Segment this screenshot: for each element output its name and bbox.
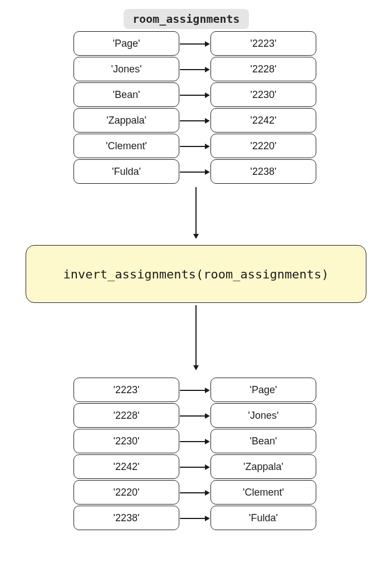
value-cell: '2220' [210, 134, 316, 158]
arrow-right-icon [180, 464, 210, 470]
key-cell: 'Bean' [74, 82, 179, 107]
key-cell: '2220' [74, 480, 179, 505]
arrow-right-icon [180, 67, 210, 72]
arrow-down-icon [193, 187, 199, 239]
input-dict-block: 'Page' '2223' 'Jones' '2228' 'Bean' '223… [49, 31, 341, 185]
arrow-right-icon [180, 169, 210, 175]
pair-row: 'Bean' '2230' [49, 82, 341, 108]
pair-row: 'Clement' '2220' [49, 134, 341, 159]
pair-row: '2220' 'Clement' [49, 480, 341, 506]
key-cell: '2238' [74, 506, 179, 530]
arrow-right-icon [180, 490, 210, 496]
value-cell: '2242' [210, 108, 316, 133]
key-cell: 'Zappala' [74, 108, 179, 133]
arrow-right-icon [180, 41, 210, 47]
value-cell: 'Page' [210, 378, 316, 402]
key-cell: 'Clement' [74, 134, 179, 158]
pair-row: 'Fulda' '2238' [49, 159, 341, 185]
pair-row: '2230' 'Bean' [49, 429, 341, 454]
arrow-right-icon [180, 439, 210, 444]
value-cell: 'Jones' [210, 403, 316, 428]
value-cell: 'Fulda' [210, 506, 316, 530]
key-cell: 'Jones' [74, 57, 179, 81]
arrow-right-icon [180, 413, 210, 419]
arrow-right-icon [180, 92, 210, 98]
pair-row: 'Page' '2223' [49, 31, 341, 57]
pair-row: 'Zappala' '2242' [49, 108, 341, 134]
diagram-container: room_assignments 'Page' '2223' 'Jones' '… [0, 0, 392, 563]
pair-row: 'Jones' '2228' [49, 57, 341, 82]
value-cell: '2228' [210, 57, 316, 81]
function-call-box: invert_assignments(room_assignments) [26, 245, 366, 303]
value-cell: '2230' [210, 82, 316, 107]
value-cell: 'Zappala' [210, 454, 316, 479]
value-cell: 'Clement' [210, 480, 316, 505]
value-cell: '2238' [210, 159, 316, 184]
input-dict-title: room_assignments [124, 9, 249, 29]
output-dict-block: '2223' 'Page' '2228' 'Jones' '2230' 'Bea… [49, 378, 341, 531]
arrow-down-icon [193, 305, 199, 370]
key-cell: '2228' [74, 403, 179, 428]
pair-row: '2223' 'Page' [49, 378, 341, 403]
key-cell: '2223' [74, 378, 179, 402]
key-cell: '2242' [74, 454, 179, 479]
pair-row: '2238' 'Fulda' [49, 506, 341, 531]
key-cell: 'Page' [74, 31, 179, 56]
key-cell: 'Fulda' [74, 159, 179, 184]
key-cell: '2230' [74, 429, 179, 453]
pair-row: '2242' 'Zappala' [49, 454, 341, 480]
pair-row: '2228' 'Jones' [49, 403, 341, 429]
arrow-right-icon [180, 144, 210, 149]
arrow-right-icon [180, 516, 210, 521]
value-cell: '2223' [210, 31, 316, 56]
value-cell: 'Bean' [210, 429, 316, 453]
arrow-right-icon [180, 118, 210, 124]
arrow-right-icon [180, 388, 210, 393]
